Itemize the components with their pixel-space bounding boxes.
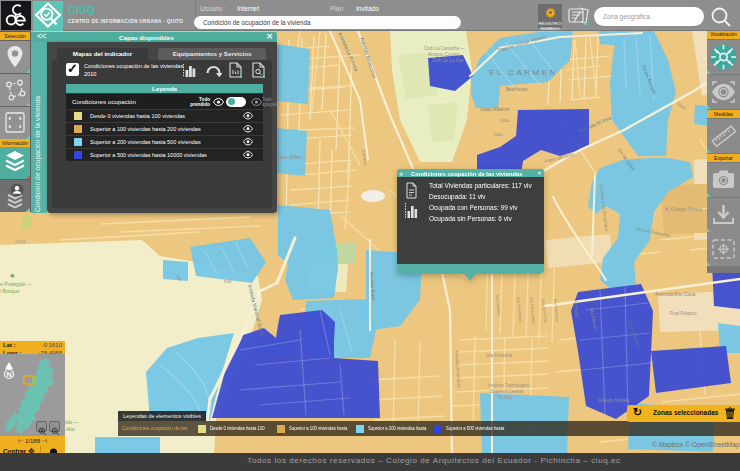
svg-text:N: N — [7, 371, 12, 378]
svg-text:Club La Campiña —: Club La Campiña — — [424, 46, 465, 51]
svg-text:e Protegido —: e Protegido — — [0, 281, 32, 287]
svg-text:Beethoven: Beethoven — [506, 87, 528, 92]
svg-text:Club De La Fae: Club De La Fae — [432, 58, 464, 63]
svg-text:N44a: N44a — [500, 118, 510, 123]
svg-text:EL CARMEN: EL CARMEN — [489, 68, 558, 77]
svg-text:© Mapbox © OpenStreetMap: © Mapbox © OpenStreetMap — [652, 441, 740, 449]
svg-text:Isla Floreana: Isla Floreana — [486, 353, 513, 358]
svg-text:N66c: N66c — [494, 132, 503, 137]
svg-text:Post Polanco: Post Polanco — [670, 311, 697, 316]
svg-text:Tecnico: Tecnico — [497, 395, 513, 400]
svg-text:Isaac Albéniz: Isaac Albéniz — [480, 106, 510, 112]
svg-text:Alto: Alto — [66, 426, 75, 432]
svg-text:⛪ Colegio Mariale: ⛪ Colegio Mariale — [664, 206, 703, 213]
svg-text:Instituto Tecnologico: Instituto Tecnologico — [488, 383, 529, 388]
svg-text:Avenida Río Coca: Avenida Río Coca — [655, 291, 695, 297]
svg-text:♣: ♣ — [10, 272, 15, 279]
svg-text:Colegio Mariale: Colegio Mariale — [598, 398, 630, 403]
svg-text:Antiguo Country: Antiguo Country — [428, 52, 461, 57]
svg-text:OV13: OV13 — [15, 239, 26, 244]
svg-text:rcos Joffre: rcos Joffre — [278, 154, 301, 160]
svg-text:Superior Central: Superior Central — [490, 389, 523, 394]
svg-text:l Bosque: l Bosque — [0, 288, 20, 294]
svg-text:N43: N43 — [224, 279, 232, 284]
